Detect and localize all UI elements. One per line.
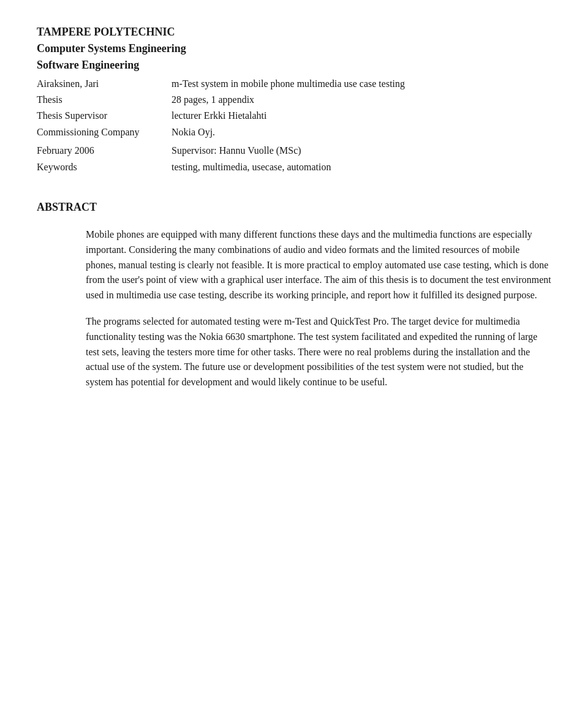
abstract-section: ABSTRACT Mobile phones are equipped with… [37,200,551,390]
thesis-value: 28 pages, 1 appendix [172,92,551,108]
abstract-paragraph-1: Mobile phones are equipped with many dif… [86,227,551,303]
keywords-label: Keywords [37,159,172,175]
institution-department: Computer Systems Engineering [37,41,551,56]
supervisor-extra-line: February 2006 Supervisor: Hannu Vuolle (… [37,143,551,175]
thesis-row: Thesis 28 pages, 1 appendix [37,92,551,108]
company-row: Commissioning Company Nokia Oyj. [37,124,551,140]
supervisor-row: Thesis Supervisor lecturer Erkki Hietala… [37,108,551,124]
keywords-value: testing, multimedia, usecase, automation [172,159,551,175]
supervisor-extra-row: February 2006 Supervisor: Hannu Vuolle (… [37,143,551,159]
thesis-title-value: m-Test system in mobile phone multimedia… [172,76,551,92]
abstract-content: Mobile phones are equipped with many dif… [86,227,551,390]
company-value: Nokia Oyj. [172,124,551,140]
supervisor-value: lecturer Erkki Hietalahti [172,108,551,124]
company-label: Commissioning Company [37,124,172,140]
institution-name: TAMPERE POLYTECHNIC [37,25,551,40]
metadata-table: Airaksinen, Jari m-Test system in mobile… [37,76,551,141]
supervisor-extra-table: February 2006 Supervisor: Hannu Vuolle (… [37,143,551,175]
supervisor-label: Thesis Supervisor [37,108,172,124]
header-section: TAMPERE POLYTECHNIC Computer Systems Eng… [37,25,551,175]
keywords-row: Keywords testing, multimedia, usecase, a… [37,159,551,175]
date-label: February 2006 [37,143,172,159]
abstract-title: ABSTRACT [37,200,551,215]
author-row: Airaksinen, Jari m-Test system in mobile… [37,76,551,92]
thesis-label: Thesis [37,92,172,108]
author-label: Airaksinen, Jari [37,76,172,92]
institution-program: Software Engineering [37,58,551,73]
supervisor-extra-value: Supervisor: Hannu Vuolle (MSc) [172,143,551,159]
abstract-paragraph-2: The programs selected for automated test… [86,314,551,390]
